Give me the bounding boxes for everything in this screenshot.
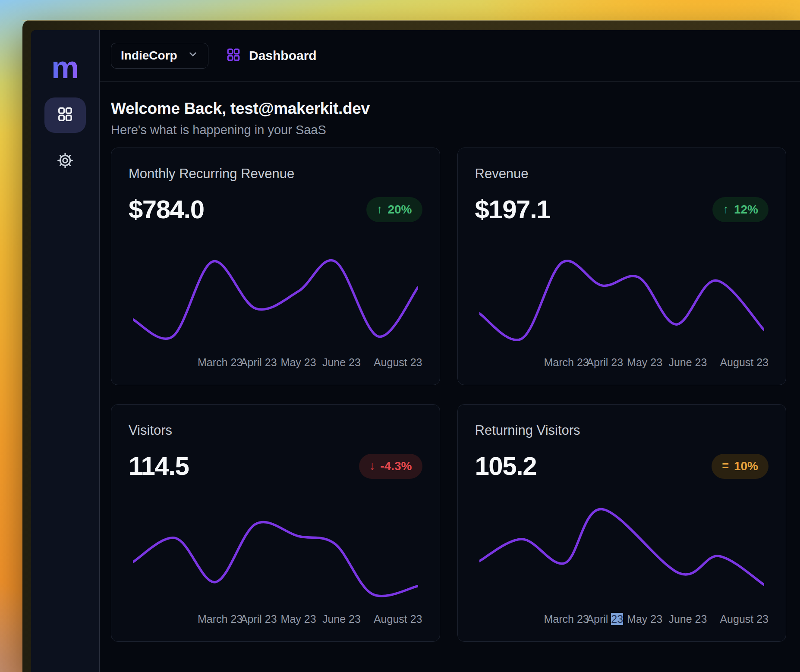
x-axis-tick: June 23 (322, 356, 361, 369)
welcome-subtitle: Here's what is happening in your SaaS (111, 123, 786, 137)
arrow-up-icon: ↑ (723, 203, 729, 216)
metric-value: 114.5 (129, 451, 189, 481)
x-axis-labels: March 23April 23May 23June 23August 23 (544, 613, 769, 627)
trend-badge: ↓ -4.3% (359, 454, 422, 479)
card-returning-visitors: Returning Visitors 105.2 = 10% (457, 404, 787, 642)
x-axis-tick: March 23 (544, 613, 589, 625)
x-axis-tick: April 23 (240, 613, 277, 625)
x-axis-tick: June 23 (668, 613, 707, 625)
sidebar: m (31, 30, 100, 672)
line-chart[interactable] (479, 242, 765, 349)
trend-badge-label: -4.3% (380, 459, 412, 473)
x-axis-tick: June 23 (322, 613, 361, 625)
metrics-grid: Monthly Recurring Revenue $784.0 ↑ 20% (111, 148, 786, 642)
x-axis-tick: March 23 (198, 613, 243, 625)
arrow-down-icon: ↓ (369, 459, 375, 473)
page-title: Dashboard (249, 48, 317, 63)
x-axis-labels: March 23April 23May 23June 23August 23 (198, 613, 422, 627)
value-row: $784.0 ↑ 20% (129, 195, 422, 224)
selected-text: 23 (611, 613, 623, 625)
trend-badge-label: 20% (387, 203, 412, 217)
x-axis-tick: August 23 (720, 613, 769, 625)
value-row: 105.2 = 10% (475, 451, 769, 481)
grid-icon (57, 106, 74, 125)
x-axis-tick: April 23 (240, 356, 277, 369)
x-axis-tick: March 23 (544, 356, 589, 369)
x-axis-labels: March 23April 23May 23June 23August 23 (198, 356, 422, 370)
x-axis-tick: May 23 (627, 356, 662, 369)
x-axis-tick: March 23 (198, 356, 243, 369)
dashboard-grid-icon (226, 47, 241, 64)
trend-badge-label: 10% (734, 459, 758, 473)
x-axis-labels: March 23April 23May 23June 23August 23 (544, 356, 769, 370)
account-selector-button[interactable]: IndieCorp (111, 43, 208, 69)
equals-icon: = (722, 459, 729, 473)
x-axis-tick: August 23 (720, 356, 769, 369)
trend-badge: ↑ 20% (366, 197, 422, 222)
card-title: Revenue (475, 166, 769, 182)
topbar: IndieCorp (100, 30, 800, 82)
value-row: 114.5 ↓ -4.3% (129, 451, 422, 481)
metric-value: $784.0 (129, 195, 204, 224)
line-chart[interactable] (479, 498, 765, 606)
metric-value: $197.1 (475, 195, 551, 224)
arrow-up-icon: ↑ (377, 203, 383, 216)
metric-value: 105.2 (475, 451, 537, 481)
sidebar-item-settings[interactable] (44, 148, 86, 175)
line-chart[interactable] (133, 242, 418, 349)
app-window: m (22, 20, 800, 672)
x-axis-tick: April 23 (586, 356, 623, 369)
makerkit-logo: m (51, 52, 79, 83)
welcome-heading: Welcome Back, test@makerkit.dev (111, 100, 786, 118)
trend-badge: ↑ 12% (712, 197, 769, 222)
card-title: Returning Visitors (475, 423, 769, 438)
card-monthly-recurring-revenue: Monthly Recurring Revenue $784.0 ↑ 20% (111, 148, 440, 385)
x-axis-tick: August 23 (374, 356, 422, 369)
line-chart[interactable] (133, 498, 418, 606)
gear-icon (57, 152, 74, 171)
chevron-down-icon (187, 49, 198, 63)
value-row: $197.1 ↑ 12% (475, 195, 769, 224)
x-axis-tick: May 23 (281, 356, 316, 369)
x-axis-tick: May 23 (627, 613, 662, 625)
card-visitors: Visitors 114.5 ↓ -4.3% (111, 404, 440, 642)
card-title: Visitors (129, 423, 422, 438)
sidebar-item-dashboard[interactable] (44, 97, 86, 133)
account-selector-label: IndieCorp (121, 49, 177, 63)
card-revenue: Revenue $197.1 ↑ 12% Ma (457, 148, 787, 385)
card-title: Monthly Recurring Revenue (129, 166, 422, 182)
x-axis-tick: August 23 (374, 613, 422, 625)
screen: m (0, 0, 800, 672)
app-root: m (31, 30, 800, 672)
main-area: IndieCorp (100, 30, 800, 672)
dashboard-content: Welcome Back, test@makerkit.dev Here's w… (100, 82, 800, 672)
x-axis-tick: May 23 (281, 613, 316, 625)
x-axis-tick: April 23 (586, 613, 623, 625)
trend-badge: = 10% (712, 454, 769, 479)
trend-badge-label: 12% (734, 203, 758, 217)
breadcrumb-dashboard[interactable]: Dashboard (226, 47, 317, 64)
x-axis-tick: June 23 (668, 356, 707, 369)
